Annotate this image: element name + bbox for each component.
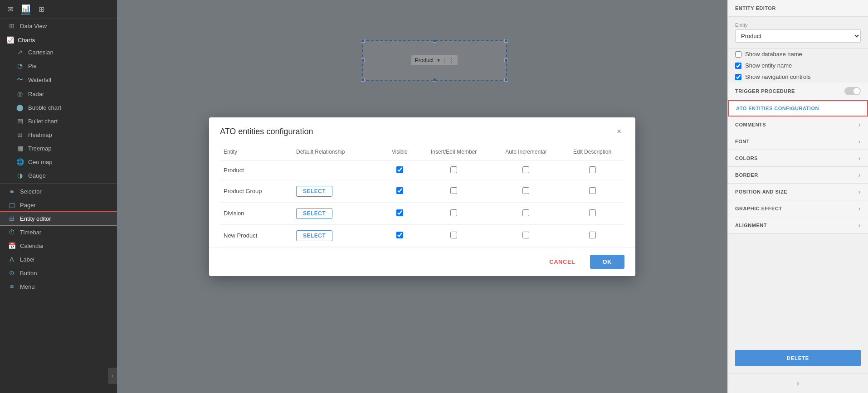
edit-desc-checkbox[interactable] xyxy=(589,232,596,238)
colors-section-button[interactable]: COLORS › xyxy=(728,150,868,167)
right-panel: ENTITY EDITOR Entity Product Show databa… xyxy=(727,0,868,393)
sidebar-item-label: Heatmap xyxy=(28,131,52,138)
visible-checkbox[interactable] xyxy=(396,209,403,216)
sidebar: ✉ 📊 ⊞ ⊞ Data View 📈 Charts ↗ Cartesian ◔… xyxy=(0,0,117,393)
show-db-name-label: Show database name xyxy=(745,51,802,58)
auto-inc-checkbox[interactable] xyxy=(522,187,529,194)
modal-close-button[interactable]: × xyxy=(614,126,624,137)
select-button[interactable]: SELECT xyxy=(296,230,332,241)
entity-field-label: Entity xyxy=(735,22,861,28)
select-button[interactable]: SELECT xyxy=(296,208,332,219)
insert-edit-checkbox[interactable] xyxy=(450,166,457,173)
sidebar-item-pie[interactable]: ◔ Pie xyxy=(0,59,117,73)
auto-inc-cell xyxy=(492,180,560,202)
show-nav-controls-checkbox[interactable] xyxy=(735,74,741,80)
insert-edit-checkbox[interactable] xyxy=(450,209,457,216)
chart-icon[interactable]: 📊 xyxy=(21,4,30,15)
graphic-effect-section-button[interactable]: GRAPHIC EFFECT › xyxy=(728,200,868,217)
sidebar-item-label: Entity editor xyxy=(20,215,51,222)
auto-inc-checkbox[interactable] xyxy=(522,166,529,173)
table-row: Product Group SELECT xyxy=(220,180,624,202)
sidebar-item-data-view[interactable]: ⊞ Data View xyxy=(0,19,117,33)
heatmap-icon: ⊞ xyxy=(16,131,24,138)
sidebar-item-pager[interactable]: ◫ Pager xyxy=(0,198,117,212)
sidebar-item-bullet-chart[interactable]: ▤ Bullet chart xyxy=(0,114,117,128)
entity-select[interactable]: Product xyxy=(735,29,861,43)
visible-checkbox[interactable] xyxy=(396,166,403,173)
sidebar-section-charts[interactable]: 📈 Charts xyxy=(0,33,117,45)
pager-icon: ◫ xyxy=(8,201,15,209)
sidebar-item-label: Geo map xyxy=(28,159,52,165)
entity-name: Product Group xyxy=(220,180,293,202)
table-icon[interactable]: ⊞ xyxy=(39,5,44,14)
menu-icon: ≡ xyxy=(8,283,15,290)
alignment-section-button[interactable]: ALIGNMENT › xyxy=(728,217,868,234)
visible-checkbox[interactable] xyxy=(396,232,403,238)
sidebar-item-geo-map[interactable]: 🌐 Geo map xyxy=(0,155,117,169)
insert-edit-cell xyxy=(416,224,491,247)
alignment-label: ALIGNMENT xyxy=(735,223,767,228)
sidebar-item-cartesian[interactable]: ↗ Cartesian xyxy=(0,45,117,59)
right-panel-header: ENTITY EDITOR xyxy=(728,0,868,17)
trigger-procedure-toggle[interactable] xyxy=(844,87,861,95)
insert-edit-checkbox[interactable] xyxy=(450,187,457,194)
entity-editor-icon: ⊟ xyxy=(8,215,15,222)
expand-arrow-icon: › xyxy=(797,379,799,388)
sidebar-item-timebar[interactable]: ⏱ Timebar xyxy=(0,225,117,239)
edit-desc-cell xyxy=(560,180,624,202)
default-relationship: SELECT xyxy=(293,180,383,202)
show-db-name-checkbox[interactable] xyxy=(735,51,741,58)
comments-section-button[interactable]: COMMENTS › xyxy=(728,116,868,133)
entities-table: Entity Default Relationship Visible Inse… xyxy=(220,143,624,247)
visible-checkbox[interactable] xyxy=(396,187,403,194)
sidebar-item-treemap[interactable]: ▦ Treemap xyxy=(0,141,117,155)
sidebar-item-waterfall[interactable]: 〜 Waterfall xyxy=(0,73,117,87)
ok-button[interactable]: OK xyxy=(590,255,625,269)
expand-arrow-button[interactable]: › xyxy=(728,374,868,393)
sidebar-item-bubble-chart[interactable]: ⬤ Bubble chart xyxy=(0,101,117,114)
sidebar-item-label: Cartesian xyxy=(28,49,54,56)
sidebar-item-calendar[interactable]: 📅 Calendar xyxy=(0,239,117,252)
calendar-icon: 📅 xyxy=(8,242,15,249)
email-icon[interactable]: ✉ xyxy=(7,5,13,14)
sidebar-collapse-button[interactable]: ‹ xyxy=(108,368,117,384)
sidebar-item-menu[interactable]: ≡ Menu xyxy=(0,280,117,293)
cancel-button[interactable]: CANCEL xyxy=(542,255,582,269)
col-edit-desc: Edit Description xyxy=(560,143,624,161)
insert-edit-cell xyxy=(416,180,491,202)
show-entity-name-checkbox[interactable] xyxy=(735,63,741,69)
insert-edit-checkbox[interactable] xyxy=(450,232,457,238)
edit-desc-checkbox[interactable] xyxy=(589,166,596,173)
select-button[interactable]: SELECT xyxy=(296,186,332,197)
sidebar-item-label: Label xyxy=(20,256,34,263)
auto-inc-checkbox[interactable] xyxy=(522,209,529,216)
edit-desc-cell xyxy=(560,160,624,180)
delete-button[interactable]: DELETE xyxy=(735,350,861,366)
sidebar-item-selector[interactable]: ≡ Selector xyxy=(0,184,117,198)
sidebar-item-heatmap[interactable]: ⊞ Heatmap xyxy=(0,128,117,141)
ato-entities-config-button[interactable]: ATO ENTITIES CONFIGURATION xyxy=(728,100,868,116)
sidebar-item-gauge[interactable]: ◑ Gauge xyxy=(0,169,117,182)
auto-inc-checkbox[interactable] xyxy=(522,232,529,238)
edit-desc-checkbox[interactable] xyxy=(589,187,596,194)
sidebar-item-button[interactable]: ⊙ Button xyxy=(0,266,117,280)
sidebar-item-label[interactable]: A Label xyxy=(0,252,117,266)
selector-icon: ≡ xyxy=(8,188,15,195)
gauge-icon: ◑ xyxy=(16,172,24,179)
position-size-label: POSITION AND SIZE xyxy=(735,189,787,194)
visible-cell xyxy=(383,180,416,202)
font-label: FONT xyxy=(735,139,750,144)
modal-overlay: ATO entities configuration × Entity Defa… xyxy=(117,0,727,393)
edit-desc-checkbox[interactable] xyxy=(589,209,596,216)
sidebar-item-entity-editor[interactable]: ⊟ Entity editor xyxy=(0,212,117,225)
border-section-button[interactable]: BORDER › xyxy=(728,167,868,184)
cartesian-icon: ↗ xyxy=(16,49,24,56)
ato-config-modal: ATO entities configuration × Entity Defa… xyxy=(209,117,635,276)
col-auto-inc: Auto Incremental xyxy=(492,143,560,161)
font-section-button[interactable]: FONT › xyxy=(728,133,868,150)
treemap-icon: ▦ xyxy=(16,145,24,152)
table-row: New Product SELECT xyxy=(220,224,624,247)
sidebar-item-radar[interactable]: ◎ Radar xyxy=(0,87,117,101)
sidebar-item-label: Gauge xyxy=(28,172,46,179)
position-size-section-button[interactable]: POSITION AND SIZE › xyxy=(728,184,868,200)
